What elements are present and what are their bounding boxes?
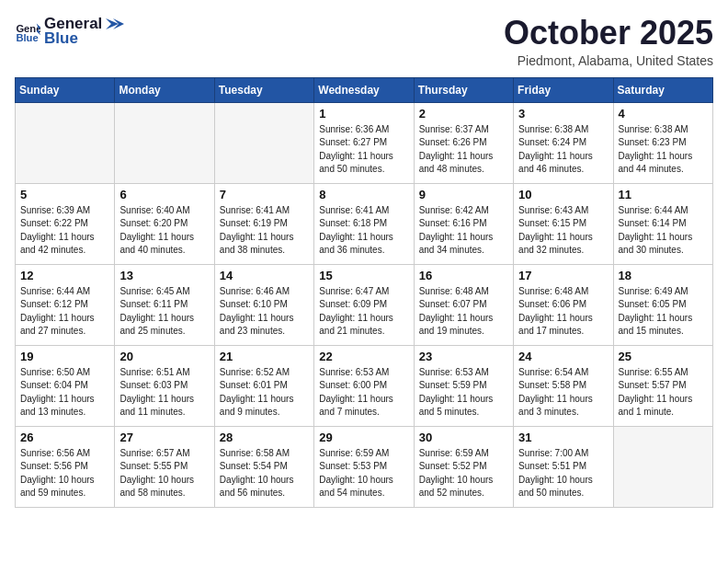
calendar-cell: 3Sunrise: 6:38 AM Sunset: 6:24 PM Daylig… xyxy=(514,102,613,183)
weekday-header-monday: Monday xyxy=(115,77,214,102)
calendar-cell: 27Sunrise: 6:57 AM Sunset: 5:55 PM Dayli… xyxy=(115,426,214,507)
weekday-header-tuesday: Tuesday xyxy=(214,77,313,102)
logo: General Blue General Blue xyxy=(15,15,124,48)
day-info: Sunrise: 6:57 AM Sunset: 5:55 PM Dayligh… xyxy=(119,447,209,500)
calendar-cell: 23Sunrise: 6:53 AM Sunset: 5:59 PM Dayli… xyxy=(414,345,513,426)
day-info: Sunrise: 7:00 AM Sunset: 5:51 PM Dayligh… xyxy=(518,447,608,500)
day-info: Sunrise: 6:58 AM Sunset: 5:54 PM Dayligh… xyxy=(220,447,309,500)
day-number: 18 xyxy=(619,269,708,282)
day-info: Sunrise: 6:54 AM Sunset: 5:58 PM Dayligh… xyxy=(518,366,608,419)
calendar-cell: 1Sunrise: 6:36 AM Sunset: 6:27 PM Daylig… xyxy=(314,102,414,183)
day-info: Sunrise: 6:41 AM Sunset: 6:18 PM Dayligh… xyxy=(319,204,408,258)
day-info: Sunrise: 6:49 AM Sunset: 6:05 PM Dayligh… xyxy=(619,285,708,339)
day-number: 13 xyxy=(119,269,209,282)
calendar-cell: 25Sunrise: 6:55 AM Sunset: 5:57 PM Dayli… xyxy=(613,345,712,426)
calendar-cell: 8Sunrise: 6:41 AM Sunset: 6:18 PM Daylig… xyxy=(314,183,414,264)
week-row-2: 5Sunrise: 6:39 AM Sunset: 6:22 PM Daylig… xyxy=(16,183,713,264)
week-row-3: 12Sunrise: 6:44 AM Sunset: 6:12 PM Dayli… xyxy=(16,264,713,345)
day-info: Sunrise: 6:53 AM Sunset: 5:59 PM Dayligh… xyxy=(419,366,508,419)
calendar-cell: 24Sunrise: 6:54 AM Sunset: 5:58 PM Dayli… xyxy=(514,345,613,426)
day-number: 23 xyxy=(419,350,508,363)
day-info: Sunrise: 6:45 AM Sunset: 6:11 PM Dayligh… xyxy=(119,285,209,339)
svg-text:Blue: Blue xyxy=(16,32,38,43)
calendar-cell: 15Sunrise: 6:47 AM Sunset: 6:09 PM Dayli… xyxy=(314,264,414,345)
day-number: 1 xyxy=(319,107,408,121)
location: Piedmont, Alabama, United States xyxy=(504,53,713,68)
day-info: Sunrise: 6:48 AM Sunset: 6:07 PM Dayligh… xyxy=(419,285,508,339)
calendar-cell: 6Sunrise: 6:40 AM Sunset: 6:20 PM Daylig… xyxy=(115,183,214,264)
day-info: Sunrise: 6:43 AM Sunset: 6:15 PM Dayligh… xyxy=(518,204,608,258)
day-number: 28 xyxy=(220,431,309,444)
calendar-body: 1Sunrise: 6:36 AM Sunset: 6:27 PM Daylig… xyxy=(16,102,713,507)
calendar-cell: 22Sunrise: 6:53 AM Sunset: 6:00 PM Dayli… xyxy=(314,345,414,426)
day-info: Sunrise: 6:47 AM Sunset: 6:09 PM Dayligh… xyxy=(319,285,408,339)
day-number: 7 xyxy=(220,188,309,201)
day-info: Sunrise: 6:44 AM Sunset: 6:14 PM Dayligh… xyxy=(619,204,708,258)
day-number: 2 xyxy=(419,107,508,121)
day-number: 5 xyxy=(20,188,109,201)
calendar-cell xyxy=(16,102,115,183)
day-info: Sunrise: 6:41 AM Sunset: 6:19 PM Dayligh… xyxy=(220,204,309,258)
weekday-header-thursday: Thursday xyxy=(414,77,513,102)
day-number: 20 xyxy=(119,350,209,363)
calendar-cell: 7Sunrise: 6:41 AM Sunset: 6:19 PM Daylig… xyxy=(214,183,313,264)
page-header: General Blue General Blue October 2025 P… xyxy=(15,15,713,68)
weekday-header-wednesday: Wednesday xyxy=(314,77,414,102)
day-info: Sunrise: 6:56 AM Sunset: 5:56 PM Dayligh… xyxy=(20,447,109,500)
calendar-cell: 30Sunrise: 6:59 AM Sunset: 5:52 PM Dayli… xyxy=(414,426,513,507)
calendar-table: SundayMondayTuesdayWednesdayThursdayFrid… xyxy=(15,77,713,508)
weekday-header-sunday: Sunday xyxy=(16,77,115,102)
day-number: 27 xyxy=(119,431,209,444)
day-info: Sunrise: 6:36 AM Sunset: 6:27 PM Dayligh… xyxy=(319,123,408,177)
calendar-cell xyxy=(613,426,712,507)
calendar-cell: 29Sunrise: 6:59 AM Sunset: 5:53 PM Dayli… xyxy=(314,426,414,507)
day-number: 22 xyxy=(319,350,408,363)
month-title: October 2025 xyxy=(504,15,713,52)
day-info: Sunrise: 6:59 AM Sunset: 5:52 PM Dayligh… xyxy=(419,447,508,500)
calendar-cell: 26Sunrise: 6:56 AM Sunset: 5:56 PM Dayli… xyxy=(16,426,115,507)
week-row-4: 19Sunrise: 6:50 AM Sunset: 6:04 PM Dayli… xyxy=(16,345,713,426)
calendar-cell: 9Sunrise: 6:42 AM Sunset: 6:16 PM Daylig… xyxy=(414,183,513,264)
day-number: 10 xyxy=(518,188,608,201)
day-number: 14 xyxy=(220,269,309,282)
day-info: Sunrise: 6:59 AM Sunset: 5:53 PM Dayligh… xyxy=(319,447,408,500)
day-number: 25 xyxy=(619,350,708,363)
day-info: Sunrise: 6:44 AM Sunset: 6:12 PM Dayligh… xyxy=(20,285,109,339)
calendar-cell: 18Sunrise: 6:49 AM Sunset: 6:05 PM Dayli… xyxy=(613,264,712,345)
day-number: 30 xyxy=(419,431,508,444)
day-number: 26 xyxy=(20,431,109,444)
day-number: 11 xyxy=(619,188,708,201)
calendar-cell: 31Sunrise: 7:00 AM Sunset: 5:51 PM Dayli… xyxy=(514,426,613,507)
calendar-cell xyxy=(214,102,313,183)
calendar-header: SundayMondayTuesdayWednesdayThursdayFrid… xyxy=(16,77,713,102)
calendar-cell: 4Sunrise: 6:38 AM Sunset: 6:23 PM Daylig… xyxy=(613,102,712,183)
calendar-cell xyxy=(115,102,214,183)
day-info: Sunrise: 6:55 AM Sunset: 5:57 PM Dayligh… xyxy=(619,366,708,419)
day-info: Sunrise: 6:38 AM Sunset: 6:23 PM Dayligh… xyxy=(619,123,708,177)
day-number: 4 xyxy=(619,107,708,121)
day-info: Sunrise: 6:46 AM Sunset: 6:10 PM Dayligh… xyxy=(220,285,309,339)
day-info: Sunrise: 6:48 AM Sunset: 6:06 PM Dayligh… xyxy=(518,285,608,339)
logo-arrow-icon xyxy=(104,17,124,31)
weekday-header-row: SundayMondayTuesdayWednesdayThursdayFrid… xyxy=(16,77,713,102)
day-number: 6 xyxy=(119,188,209,201)
day-info: Sunrise: 6:51 AM Sunset: 6:03 PM Dayligh… xyxy=(119,366,209,419)
day-number: 31 xyxy=(518,431,608,444)
weekday-header-saturday: Saturday xyxy=(613,77,712,102)
day-number: 15 xyxy=(319,269,408,282)
calendar-cell: 19Sunrise: 6:50 AM Sunset: 6:04 PM Dayli… xyxy=(16,345,115,426)
day-number: 8 xyxy=(319,188,408,201)
calendar-cell: 14Sunrise: 6:46 AM Sunset: 6:10 PM Dayli… xyxy=(214,264,313,345)
day-info: Sunrise: 6:40 AM Sunset: 6:20 PM Dayligh… xyxy=(119,204,209,258)
day-number: 17 xyxy=(518,269,608,282)
day-info: Sunrise: 6:52 AM Sunset: 6:01 PM Dayligh… xyxy=(220,366,309,419)
day-number: 16 xyxy=(419,269,508,282)
day-info: Sunrise: 6:53 AM Sunset: 6:00 PM Dayligh… xyxy=(319,366,408,419)
calendar-cell: 17Sunrise: 6:48 AM Sunset: 6:06 PM Dayli… xyxy=(514,264,613,345)
day-number: 21 xyxy=(220,350,309,363)
week-row-5: 26Sunrise: 6:56 AM Sunset: 5:56 PM Dayli… xyxy=(16,426,713,507)
day-info: Sunrise: 6:39 AM Sunset: 6:22 PM Dayligh… xyxy=(20,204,109,258)
day-number: 12 xyxy=(20,269,109,282)
calendar-cell: 16Sunrise: 6:48 AM Sunset: 6:07 PM Dayli… xyxy=(414,264,513,345)
day-info: Sunrise: 6:38 AM Sunset: 6:24 PM Dayligh… xyxy=(518,123,608,177)
